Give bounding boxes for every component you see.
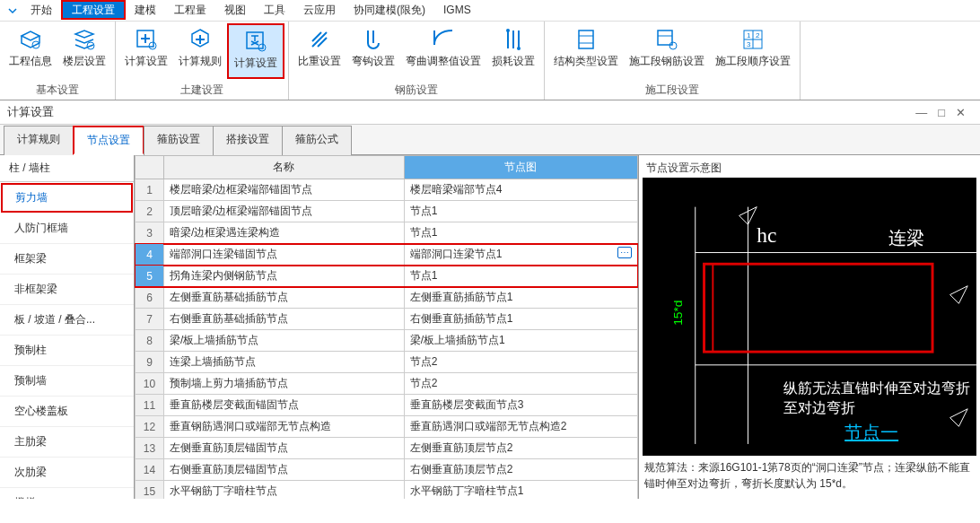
menu-IGMS[interactable]: IGMS <box>434 2 480 18</box>
name-cell[interactable]: 楼层暗梁/边框梁端部锚固节点 <box>164 179 405 201</box>
node-cell[interactable]: 垂直筋遇洞口或端部无节点构造2 <box>404 416 637 438</box>
name-cell[interactable]: 暗梁/边框梁遇连梁构造 <box>164 222 405 244</box>
menu-工程量[interactable]: 工程量 <box>165 2 215 18</box>
svg-text:纵筋无法直锚时伸至对边弯折: 纵筋无法直锚时伸至对边弯折 <box>783 380 970 396</box>
node-cell[interactable]: 节点2 <box>404 373 637 395</box>
table-row[interactable]: 8梁/板上墙插筋节点梁/板上墙插筋节点1 <box>136 330 638 352</box>
svg-text:节点一: 节点一 <box>844 423 898 442</box>
name-cell[interactable]: 右侧垂直筋基础插筋节点 <box>164 309 405 330</box>
ribbon-结构类型设置[interactable]: 结构类型设置 <box>548 23 624 79</box>
panel-title: 计算设置 <box>7 104 54 120</box>
tab-箍筋公式[interactable]: 箍筋公式 <box>282 126 352 155</box>
name-cell[interactable]: 梁/板上墙插筋节点 <box>164 330 405 352</box>
sidebar-item-6[interactable]: 预制墙 <box>0 366 134 397</box>
name-cell[interactable]: 端部洞口连梁锚固节点 <box>164 244 405 266</box>
table-row[interactable]: 7右侧垂直筋基础插筋节点右侧垂直筋插筋节点1 <box>136 309 638 330</box>
maximize-icon[interactable]: □ <box>938 106 945 119</box>
app-dropdown-icon[interactable] <box>4 2 22 20</box>
sidebar-item-10[interactable]: 楼梯 <box>0 488 134 499</box>
svg-text:15*d: 15*d <box>671 301 685 326</box>
minimize-icon[interactable]: — <box>915 106 927 119</box>
name-cell[interactable]: 水平钢筋丁字暗柱节点 <box>164 481 405 500</box>
grid-num-icon: 123 <box>740 27 766 52</box>
ribbon-计算设置[interactable]: 计算设置 <box>119 23 173 79</box>
close-icon[interactable]: ✕ <box>956 106 966 119</box>
node-cell[interactable]: 节点1 <box>404 266 637 287</box>
node-cell[interactable]: 端部洞口连梁节点1⋯ <box>404 244 637 266</box>
name-cell[interactable]: 垂直钢筋遇洞口或端部无节点构造 <box>164 416 405 438</box>
sidebar-item-1[interactable]: 人防门框墙 <box>0 214 134 244</box>
ribbon-比重设置[interactable]: 比重设置 <box>293 23 346 79</box>
ribbon-工程信息[interactable]: 工程信息 <box>4 23 57 79</box>
ribbon-计算设置[interactable]: 计算设置 <box>227 23 284 79</box>
menu-建模[interactable]: 建模 <box>126 2 165 18</box>
table-row[interactable]: 13左侧垂直筋顶层锚固节点左侧垂直筋顶层节点2 <box>136 438 638 459</box>
sidebar-item-0[interactable]: 剪力墙 <box>1 183 133 213</box>
sidebar-item-9[interactable]: 次肋梁 <box>0 458 134 488</box>
sidebar-item-5[interactable]: 预制柱 <box>0 336 134 366</box>
table-row[interactable]: 5拐角连梁内侧钢筋节点节点1 <box>136 266 638 287</box>
node-cell[interactable]: 节点1 <box>404 222 637 244</box>
table-row[interactable]: 4端部洞口连梁锚固节点端部洞口连梁节点1⋯ <box>136 244 638 266</box>
name-cell[interactable]: 左侧垂直筋基础插筋节点 <box>164 287 405 309</box>
node-cell[interactable]: 右侧垂直筋插筋节点1 <box>404 309 637 330</box>
table-row[interactable]: 1楼层暗梁/边框梁端部锚固节点楼层暗梁端部节点4 <box>136 179 638 201</box>
table-row[interactable]: 2顶层暗梁/边框梁端部锚固节点节点1 <box>136 201 638 222</box>
node-cell[interactable]: 左侧垂直筋顶层节点2 <box>404 438 637 459</box>
node-cell[interactable]: 梁/板上墙插筋节点1 <box>404 330 637 352</box>
node-cell[interactable]: 楼层暗梁端部节点4 <box>404 179 637 201</box>
menu-工程设置[interactable]: 工程设置 <box>61 0 126 20</box>
col-name-header: 名称 <box>164 156 405 179</box>
node-cell[interactable]: 节点2 <box>404 352 637 373</box>
table-row[interactable]: 10预制墙上剪力墙插筋节点节点2 <box>136 373 638 395</box>
ribbon-损耗设置[interactable]: 损耗设置 <box>486 23 540 79</box>
menu-视图[interactable]: 视图 <box>215 2 255 18</box>
more-button[interactable]: ⋯ <box>617 247 632 258</box>
tab-节点设置[interactable]: 节点设置 <box>73 126 144 155</box>
sidebar-item-2[interactable]: 框架梁 <box>0 244 134 275</box>
sidebar-item-8[interactable]: 主肋梁 <box>0 427 134 458</box>
name-cell[interactable]: 预制墙上剪力墙插筋节点 <box>164 373 405 395</box>
table-row[interactable]: 6左侧垂直筋基础插筋节点左侧垂直筋插筋节点1 <box>136 287 638 309</box>
svg-text:连梁: 连梁 <box>888 228 924 248</box>
rownum-cell: 13 <box>136 438 164 459</box>
table-row[interactable]: 9连梁上墙插筋节点节点2 <box>136 352 638 373</box>
menu-协同建模(限免)[interactable]: 协同建模(限免) <box>345 2 434 18</box>
name-cell[interactable]: 连梁上墙插筋节点 <box>164 352 405 373</box>
sidebar-item-4[interactable]: 板 / 坡道 / 叠合... <box>0 305 134 336</box>
name-cell[interactable]: 右侧垂直筋顶层锚固节点 <box>164 459 405 481</box>
tab-搭接设置[interactable]: 搭接设置 <box>213 126 283 155</box>
table-row[interactable]: 14右侧垂直筋顶层锚固节点右侧垂直筋顶层节点2 <box>136 459 638 481</box>
node-cell[interactable]: 垂直筋楼层变截面节点3 <box>404 395 637 416</box>
table-row[interactable]: 15水平钢筋丁字暗柱节点水平钢筋丁字暗柱节点1 <box>136 481 638 500</box>
node-cell[interactable]: 水平钢筋丁字暗柱节点1 <box>404 481 637 500</box>
node-cell[interactable]: 节点1 <box>404 201 637 222</box>
name-cell[interactable]: 左侧垂直筋顶层锚固节点 <box>164 438 405 459</box>
cube-gear-icon <box>18 27 43 52</box>
table-row[interactable]: 12垂直钢筋遇洞口或端部无节点构造垂直筋遇洞口或端部无节点构造2 <box>136 416 638 438</box>
table-row[interactable]: 3暗梁/边框梁遇连梁构造节点1 <box>136 222 638 244</box>
sidebar-item-7[interactable]: 空心楼盖板 <box>0 397 134 427</box>
ribbon-计算规则[interactable]: 计算规则 <box>173 23 227 79</box>
name-cell[interactable]: 拐角连梁内侧钢筋节点 <box>164 266 405 287</box>
sidebar-item-3[interactable]: 非框架梁 <box>0 275 134 305</box>
tab-箍筋设置[interactable]: 箍筋设置 <box>144 126 214 155</box>
plus-hex-icon <box>188 27 213 52</box>
node-cell[interactable]: 右侧垂直筋顶层节点2 <box>404 459 637 481</box>
ribbon-楼层设置[interactable]: 楼层设置 <box>57 23 111 79</box>
ribbon-施工段顺序设置[interactable]: 123施工段顺序设置 <box>710 23 796 79</box>
ribbon-施工段钢筋设置[interactable]: 施工段钢筋设置 <box>624 23 710 79</box>
node-cell[interactable]: 左侧垂直筋插筋节点1 <box>404 287 637 309</box>
svg-rect-21 <box>704 264 933 352</box>
name-cell[interactable]: 顶层暗梁/边框梁端部锚固节点 <box>164 201 405 222</box>
menu-工具[interactable]: 工具 <box>255 2 294 18</box>
menu-云应用[interactable]: 云应用 <box>294 2 345 18</box>
ribbon-弯钩设置[interactable]: 弯钩设置 <box>346 23 400 79</box>
svg-text:2: 2 <box>756 31 760 39</box>
menu-开始[interactable]: 开始 <box>22 2 61 18</box>
tab-计算规则[interactable]: 计算规则 <box>4 126 74 155</box>
table-row[interactable]: 11垂直筋楼层变截面锚固节点垂直筋楼层变截面节点3 <box>136 395 638 416</box>
name-cell[interactable]: 垂直筋楼层变截面锚固节点 <box>164 395 405 416</box>
ribbon-弯曲调整值设置[interactable]: 弯曲调整值设置 <box>400 23 486 79</box>
svg-point-3 <box>149 42 156 49</box>
